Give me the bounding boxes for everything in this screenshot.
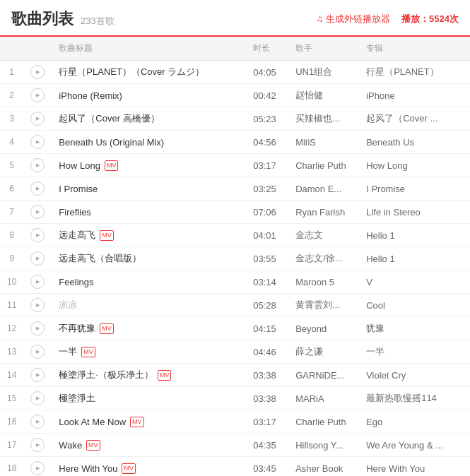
song-artist[interactable]: 买辣椒也...	[288, 107, 359, 131]
row-number: 5	[0, 154, 23, 177]
song-title[interactable]: 行星（PLANET）（Cover ラムジ）	[59, 66, 204, 78]
song-duration: 04:05	[246, 61, 288, 84]
song-album[interactable]: Hello 1	[359, 247, 470, 270]
song-artist[interactable]: 赵怡健	[288, 84, 359, 107]
song-duration: 03:14	[246, 270, 288, 294]
song-title[interactable]: Fireflies	[59, 207, 91, 218]
song-title[interactable]: Beneath Us (Original Mix)	[59, 137, 164, 148]
play-button[interactable]	[30, 391, 45, 405]
song-album[interactable]: 起风了（Cover ...	[359, 107, 470, 131]
song-title[interactable]: I Promise	[59, 184, 98, 194]
song-artist[interactable]: Maroon 5	[288, 270, 359, 294]
generate-link[interactable]: ♫ 生成外链播放器	[317, 13, 390, 25]
play-button[interactable]	[30, 438, 45, 452]
song-title[interactable]: How Long	[59, 160, 100, 171]
song-artist[interactable]: Charlie Puth	[288, 410, 359, 434]
song-title[interactable]: Look At Me Now	[59, 417, 126, 427]
song-album[interactable]: Ego	[359, 410, 470, 434]
song-title[interactable]: 極塗淨土	[59, 392, 95, 405]
song-album[interactable]: Cool	[359, 294, 470, 317]
song-artist[interactable]: Asher Book	[288, 457, 359, 477]
table-row: 13一半MV04:46薛之谦一半	[0, 340, 470, 364]
play-button[interactable]	[30, 88, 45, 102]
song-album[interactable]: 犹豫	[359, 317, 470, 340]
song-title[interactable]: iPhone (Remix)	[59, 90, 122, 101]
song-artist[interactable]: Damon E...	[288, 177, 359, 201]
play-button[interactable]	[30, 228, 45, 242]
play-cell	[23, 154, 52, 177]
song-artist[interactable]: UN1组合	[288, 61, 359, 84]
table-row: 18Here With YouMV03:45Asher BookHere Wit…	[0, 457, 470, 477]
mv-badge[interactable]: MV	[158, 370, 172, 381]
song-album[interactable]: 行星（PLANET）	[359, 61, 470, 84]
song-title[interactable]: 远走高飞（合唱版）	[59, 252, 141, 265]
song-title[interactable]: 一半	[59, 345, 77, 358]
mv-badge[interactable]: MV	[130, 417, 144, 427]
song-title[interactable]: 不再犹豫	[59, 322, 95, 335]
table-row: 5How LongMV03:17Charlie PuthHow Long	[0, 154, 470, 177]
play-button[interactable]	[30, 112, 45, 126]
song-artist[interactable]: MARiA	[288, 387, 359, 410]
mv-badge[interactable]: MV	[100, 323, 114, 334]
table-row: 17WakeMV04:35Hillsong Y...We Are Young &…	[0, 434, 470, 457]
play-button[interactable]	[30, 205, 45, 219]
song-artist[interactable]: 薛之谦	[288, 340, 359, 364]
row-number: 6	[0, 177, 23, 201]
song-title[interactable]: Feelings	[59, 277, 93, 287]
song-artist[interactable]: Charlie Puth	[288, 154, 359, 177]
play-button[interactable]	[30, 135, 45, 149]
play-cell	[23, 340, 52, 364]
song-title[interactable]: 起风了（Cover 高橋優）	[59, 112, 159, 125]
song-artist[interactable]: 金志文	[288, 224, 359, 247]
song-title[interactable]: 凉凉	[59, 299, 77, 311]
song-title[interactable]: 極塗淨土·（极乐净土）	[59, 369, 153, 381]
play-button[interactable]	[30, 321, 45, 335]
page-container: 歌曲列表 233首歌 ♫ 生成外链播放器 播放：5524次 歌曲标题 时长 歌手…	[0, 0, 470, 476]
song-artist[interactable]: Ryan Farish	[288, 201, 359, 224]
play-button[interactable]	[30, 182, 45, 196]
song-title-cell: Feelings	[52, 270, 246, 294]
play-button[interactable]	[30, 65, 45, 79]
song-duration: 03:25	[246, 177, 288, 201]
play-cell	[23, 294, 52, 317]
song-album[interactable]: Hello 1	[359, 224, 470, 247]
song-album[interactable]: V	[359, 270, 470, 294]
mv-badge[interactable]: MV	[105, 160, 119, 171]
song-artist[interactable]: GARNiDE...	[288, 364, 359, 387]
mv-badge[interactable]: MV	[122, 463, 136, 474]
song-artist[interactable]: 黄霄雲刘...	[288, 294, 359, 317]
song-artist[interactable]: 金志文/徐...	[288, 247, 359, 270]
song-duration: 04:46	[246, 340, 288, 364]
play-button[interactable]	[30, 461, 45, 475]
play-button[interactable]	[30, 251, 45, 266]
song-duration: 03:55	[246, 247, 288, 270]
song-artist[interactable]: Beyond	[288, 317, 359, 340]
song-artist[interactable]: Hillsong Y...	[288, 434, 359, 457]
mv-badge[interactable]: MV	[100, 230, 114, 241]
play-cell	[23, 457, 52, 477]
play-button[interactable]	[30, 158, 45, 172]
play-button[interactable]	[30, 368, 45, 382]
col-play	[23, 37, 52, 61]
song-title[interactable]: Wake	[59, 440, 82, 451]
song-title-cell: I Promise	[52, 177, 246, 201]
song-album[interactable]: Beneath Us	[359, 131, 470, 154]
song-album[interactable]: Violet Cry	[359, 364, 470, 387]
song-album[interactable]: Here With You	[359, 457, 470, 477]
play-button[interactable]	[30, 298, 45, 312]
song-artist[interactable]: MitiS	[288, 131, 359, 154]
song-album[interactable]: I Promise	[359, 177, 470, 201]
song-album[interactable]: iPhone	[359, 84, 470, 107]
song-title[interactable]: 远走高飞	[59, 229, 95, 242]
song-album[interactable]: We Are Young & ...	[359, 434, 470, 457]
play-button[interactable]	[30, 275, 45, 289]
song-album[interactable]: 最新热歌慢摇114	[359, 387, 470, 410]
play-button[interactable]	[30, 345, 45, 359]
song-title[interactable]: Here With You	[59, 463, 117, 474]
mv-badge[interactable]: MV	[86, 440, 100, 451]
mv-badge[interactable]: MV	[81, 347, 95, 357]
song-album[interactable]: How Long	[359, 154, 470, 177]
song-album[interactable]: 一半	[359, 340, 470, 364]
play-button[interactable]	[30, 415, 45, 429]
song-album[interactable]: Life in Stereo	[359, 201, 470, 224]
